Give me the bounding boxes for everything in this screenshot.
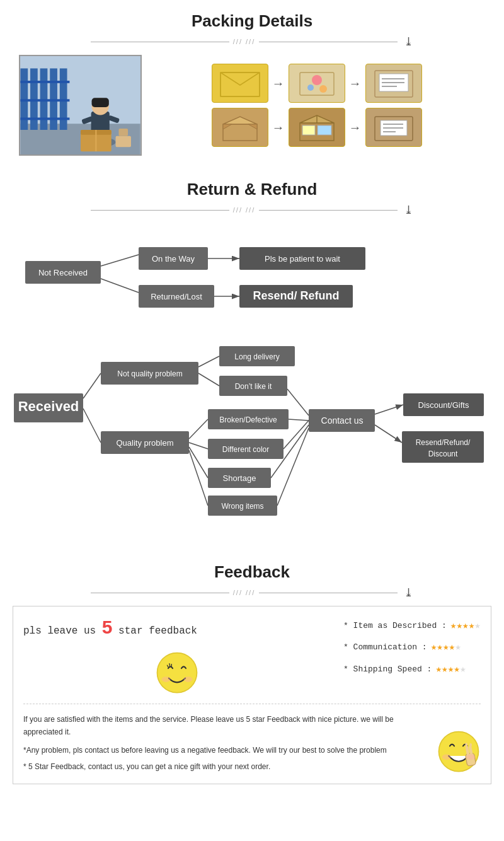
svg-rect-37 bbox=[302, 125, 315, 135]
divider-slash-3: /// /// bbox=[233, 589, 255, 596]
packing-row-2: → → bbox=[148, 108, 485, 147]
feedback-bottom: If you are satisfied with the items and … bbox=[23, 713, 481, 774]
return-flow-diagram: Not Received On the Way Pls be patient t… bbox=[13, 223, 491, 538]
svg-line-96 bbox=[375, 405, 403, 414]
svg-text:Discount: Discount bbox=[428, 450, 458, 458]
feedback-body: If you are satisfied with the items and … bbox=[23, 713, 430, 739]
divider-right-3 bbox=[259, 593, 398, 593]
svg-line-68 bbox=[198, 356, 219, 367]
divider-right bbox=[259, 42, 398, 42]
svg-text:Broken/Defective: Broken/Defective bbox=[219, 415, 277, 424]
smiley-container bbox=[23, 651, 331, 695]
shipped-box bbox=[365, 108, 422, 147]
svg-marker-33 bbox=[223, 117, 257, 124]
svg-text:Long delivery: Long delivery bbox=[234, 352, 279, 361]
packing-title: Packing Details bbox=[192, 11, 312, 31]
svg-line-48 bbox=[101, 255, 139, 266]
svg-line-100 bbox=[375, 425, 402, 443]
arrow-4: → bbox=[349, 120, 362, 135]
packing-row-1: → → bbox=[148, 64, 485, 103]
svg-point-25 bbox=[307, 84, 314, 91]
comm-stars: ★★★★★ bbox=[431, 638, 461, 657]
svg-rect-20 bbox=[118, 129, 128, 136]
svg-text:Pls be patient to wait: Pls be patient to wait bbox=[265, 254, 340, 264]
ship-stars: ★★★★★ bbox=[435, 660, 466, 679]
open-cardboard-box bbox=[212, 108, 268, 147]
return-section: Not Received On the Way Pls be patient t… bbox=[0, 223, 504, 551]
filled-box bbox=[289, 108, 345, 147]
feedback-top: pls leave us 5 star feedback bbox=[23, 617, 481, 704]
feedback-header: Feedback bbox=[0, 551, 504, 586]
return-header: Return & Refund bbox=[0, 168, 504, 203]
envelope-box bbox=[212, 64, 268, 103]
wrapped-box bbox=[289, 64, 345, 103]
chevron-down-icon-3: ⤓ bbox=[404, 586, 413, 600]
feedback-big-number: 5 bbox=[102, 617, 113, 637]
item-described-label: * Item as Described : bbox=[343, 618, 447, 634]
feedback-divider: /// /// ⤓ bbox=[0, 586, 504, 600]
packing-images: → → bbox=[19, 55, 485, 156]
feedback-lead-text: pls leave us bbox=[23, 625, 102, 637]
divider-left bbox=[91, 42, 229, 42]
svg-rect-13 bbox=[92, 98, 109, 107]
divider-right-2 bbox=[259, 210, 398, 211]
svg-point-106 bbox=[184, 676, 193, 682]
svg-text:On the Way: On the Way bbox=[152, 254, 195, 264]
svg-line-55 bbox=[101, 279, 139, 293]
arrow-1: → bbox=[272, 76, 285, 91]
svg-rect-19 bbox=[116, 136, 131, 148]
svg-point-113 bbox=[442, 754, 451, 760]
svg-text:Not quality problem: Not quality problem bbox=[117, 369, 182, 378]
svg-line-103 bbox=[169, 663, 170, 666]
communication-label: * Communication : bbox=[343, 640, 427, 656]
svg-text:Shortage: Shortage bbox=[223, 473, 256, 483]
item-stars: ★★★★★ bbox=[450, 617, 481, 635]
svg-text:Don’t like it: Don’t like it bbox=[235, 382, 272, 391]
item-described-row: * Item as Described : ★★★★★ bbox=[343, 617, 481, 635]
svg-line-112 bbox=[470, 744, 472, 747]
arrow-2: → bbox=[349, 76, 362, 91]
warehouse-photo bbox=[19, 55, 142, 156]
svg-text:Quality problem: Quality problem bbox=[116, 438, 173, 448]
svg-line-74 bbox=[83, 409, 101, 443]
feedback-title: Feedback bbox=[214, 562, 290, 582]
feedback-ratings: * Item as Described : ★★★★★ * Communicat… bbox=[343, 617, 481, 682]
communication-row: * Communication : ★★★★★ bbox=[343, 638, 481, 657]
svg-point-114 bbox=[466, 754, 475, 760]
feedback-trail-text: star feedback bbox=[113, 625, 197, 637]
shipping-speed-row: * Shipping Speed : ★★★★★ bbox=[343, 660, 481, 679]
svg-text:Not Received: Not Received bbox=[38, 268, 88, 277]
svg-rect-38 bbox=[318, 125, 331, 135]
return-title: Return & Refund bbox=[187, 180, 318, 199]
smiley-face bbox=[155, 651, 199, 695]
chevron-down-icon-2: ⤓ bbox=[404, 203, 413, 217]
feedback-left: pls leave us 5 star feedback bbox=[23, 617, 331, 695]
labeled-box bbox=[365, 64, 422, 103]
svg-line-80 bbox=[189, 443, 208, 449]
svg-text:Wrong items: Wrong items bbox=[221, 502, 263, 511]
svg-text:Discount/Gifts: Discount/Gifts bbox=[418, 400, 469, 410]
svg-line-65 bbox=[83, 373, 101, 398]
feedback-note2: * 5 Star Feedback, contact us, you can g… bbox=[23, 760, 430, 773]
packing-header: Packing Details bbox=[0, 0, 504, 35]
svg-line-93 bbox=[287, 389, 309, 415]
svg-text:Received: Received bbox=[18, 398, 79, 414]
divider-slash-2: /// /// bbox=[233, 206, 255, 214]
svg-point-105 bbox=[162, 676, 171, 682]
svg-text:Contact us: Contact us bbox=[321, 415, 364, 426]
svg-rect-8 bbox=[20, 99, 69, 102]
svg-line-77 bbox=[189, 419, 208, 439]
svg-text:Different color: Different color bbox=[222, 445, 269, 454]
packing-section: → → bbox=[0, 55, 504, 168]
svg-line-86 bbox=[189, 450, 208, 506]
feedback-lead: pls leave us 5 star feedback bbox=[23, 617, 331, 638]
svg-point-26 bbox=[319, 85, 327, 93]
feedback-bottom-inner: If you are satisfied with the items and … bbox=[23, 713, 481, 774]
svg-line-110 bbox=[466, 744, 467, 747]
smiley-face-bottom bbox=[437, 729, 481, 774]
svg-text:Resend/Refund/: Resend/Refund/ bbox=[416, 438, 471, 447]
svg-line-89 bbox=[289, 419, 309, 420]
shipping-speed-label: * Shipping Speed : bbox=[343, 662, 432, 678]
svg-point-101 bbox=[158, 653, 197, 693]
svg-line-83 bbox=[189, 447, 208, 478]
